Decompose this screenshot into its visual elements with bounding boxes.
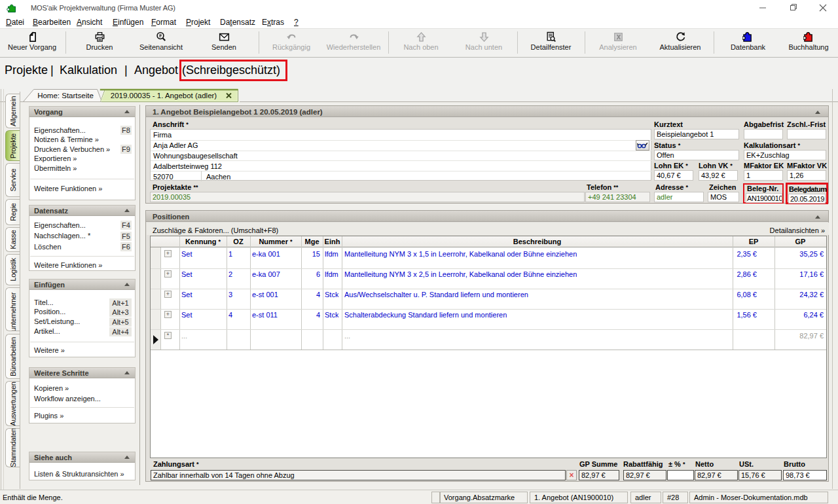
svg-text:Home: Startseite: Home: Startseite	[37, 92, 94, 99]
svg-text:2019.00035 - 1. Angebot (adler: 2019.00035 - 1. Angebot (adler)	[111, 92, 217, 99]
